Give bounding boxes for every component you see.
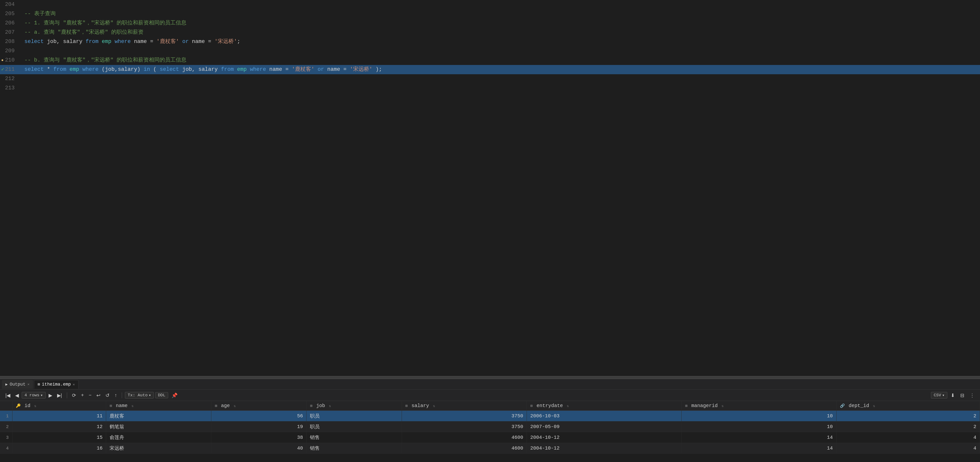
dot-gutter-icon: ● xyxy=(1,56,4,65)
line-content-207: -- a. 查询 "鹿杖客"，"宋远桥" 的职位和薪资 xyxy=(19,28,143,37)
itheima-tab-icon: ⊞ xyxy=(38,382,40,387)
code-line-208: 208 select job, salary from emp where na… xyxy=(0,37,980,46)
refresh-button[interactable]: ⟳ xyxy=(70,392,78,399)
col-header-rownum xyxy=(0,401,12,411)
col-header-entrydate[interactable]: ⊞ entrydate ⇅ xyxy=(527,401,682,411)
submit-button[interactable]: ↑ xyxy=(113,392,119,399)
table-row[interactable]: 4 16 宋远桥 40 销售 4600 2004-10-12 14 4 xyxy=(0,443,980,454)
keyword-from: from xyxy=(53,67,66,73)
punc: name = xyxy=(324,67,350,73)
cell-deptid-1: 2 xyxy=(836,411,980,421)
keyword-where2: where xyxy=(250,67,266,73)
job-col-icon: ⊞ xyxy=(310,404,312,408)
ddl-label: DDL xyxy=(158,393,165,398)
salary-sort-icon: ⇅ xyxy=(433,404,435,408)
table-row[interactable]: 1 11 鹿杖客 56 职员 3750 2006-10-03 10 2 xyxy=(0,411,980,421)
prev-page-button[interactable]: ◀ xyxy=(13,392,21,399)
cell-salary-4: 4600 xyxy=(402,443,527,454)
cell-salary-1: 3750 xyxy=(402,411,527,421)
more-button[interactable]: ⋮ xyxy=(968,392,977,399)
cell-deptid-2: 2 xyxy=(836,421,980,432)
comment-span: -- 表子查询 xyxy=(24,11,56,17)
cell-salary-3: 4600 xyxy=(402,432,527,443)
itheima-tab-close[interactable]: ✕ xyxy=(73,382,75,387)
rows-label: 4 rows xyxy=(24,393,39,398)
id-col-icon: 🔑 xyxy=(16,404,21,408)
first-page-button[interactable]: |◀ xyxy=(3,392,12,399)
cell-age-1: 56 xyxy=(211,411,307,421)
col-header-managerid[interactable]: ⊞ managerid ⇅ xyxy=(682,401,836,411)
cell-entrydate-1: 2006-10-03 xyxy=(527,411,682,421)
col-header-job[interactable]: ⊞ job ⇅ xyxy=(307,401,402,411)
punc: job, salary xyxy=(44,38,86,45)
punc: name = xyxy=(189,38,215,45)
punc: name = xyxy=(266,67,292,73)
table-emp2: emp xyxy=(237,67,247,73)
add-row-button[interactable]: + xyxy=(79,392,86,399)
download-button[interactable]: ⬇ xyxy=(949,392,957,399)
comment-span: -- a. 查询 "鹿杖客"，"宋远桥" 的职位和薪资 xyxy=(24,29,143,35)
line-content-211: select * from emp where (job,salary) in … xyxy=(19,65,382,74)
filter-button[interactable]: ⊟ xyxy=(958,392,966,399)
table-row[interactable]: 3 15 俞莲舟 38 销售 4600 2004-10-12 14 4 xyxy=(0,432,980,443)
output-tab-close[interactable]: ✕ xyxy=(27,382,29,386)
line-content-206: -- 1. 查询与 "鹿杖客"，"宋远桥" 的职位和薪资相同的员工信息 xyxy=(19,19,186,28)
col-header-dept_id[interactable]: 🔗 dept_id ⇅ xyxy=(836,401,980,411)
revert-button[interactable]: ↩ xyxy=(94,392,102,399)
pin-button[interactable]: 📌 xyxy=(170,392,180,399)
managerid-sort-icon: ⇅ xyxy=(722,404,724,408)
delete-row-button[interactable]: − xyxy=(87,392,94,399)
last-page-button[interactable]: ▶| xyxy=(55,392,64,399)
row-num-3: 3 xyxy=(0,432,12,443)
table-name: emp xyxy=(102,38,111,45)
col-header-name[interactable]: ⊞ name ⇅ xyxy=(106,401,211,411)
table-row[interactable]: 2 12 鹤笔翁 19 职员 3750 2007-05-09 10 2 xyxy=(0,421,980,432)
csv-chevron: ▾ xyxy=(942,393,945,398)
tx-label: Tx: Auto xyxy=(127,393,148,398)
col-header-age[interactable]: ⊞ age ⇅ xyxy=(211,401,307,411)
punc xyxy=(79,67,82,73)
next-page-button[interactable]: ▶ xyxy=(47,392,54,399)
salary-col-icon: ⊞ xyxy=(405,404,408,408)
line-number-208: 208 xyxy=(0,37,19,46)
comment-span: -- 1. 查询与 "鹿杖客"，"宋远桥" 的职位和薪资相同的员工信息 xyxy=(24,20,186,26)
apply-button[interactable]: ↺ xyxy=(103,392,111,399)
col-header-salary[interactable]: ⊞ salary ⇅ xyxy=(402,401,527,411)
tx-dropdown[interactable]: Tx: Auto ▾ xyxy=(125,392,154,398)
cell-managerid-3: 14 xyxy=(682,432,836,443)
output-tab-icon: ▶ xyxy=(5,382,8,387)
line-content-208: select job, salary from emp where name =… xyxy=(19,37,240,46)
result-toolbar: |◀ ◀ 4 rows ▾ ▶ ▶| ⟳ + − ↩ ↺ ↑ Tx: Auto … xyxy=(0,390,980,401)
col-header-id[interactable]: 🔑 id ⇅ xyxy=(12,401,106,411)
code-line-211: ✓ 211 select * from emp where (job,salar… xyxy=(0,65,980,74)
string-1: '鹿杖客' xyxy=(292,67,314,73)
line-number-206: 206 xyxy=(0,19,19,28)
rows-badge[interactable]: 4 rows ▾ xyxy=(22,392,45,398)
string-val2: '宋远桥' xyxy=(215,38,237,45)
code-editor[interactable]: 204 205 -- 表子查询 206 -- 1. 查询与 "鹿杖客"，"宋远桥… xyxy=(0,0,980,376)
col-label-entrydate: entrydate xyxy=(537,403,563,408)
csv-label: CSV xyxy=(934,393,941,398)
table-header-row: 🔑 id ⇅ ⊞ name ⇅ ⊞ age ⇅ ⊞ xyxy=(0,401,980,411)
line-number-210: ● 210 xyxy=(0,56,19,65)
col-label-id: id xyxy=(25,403,30,408)
cell-id-2: 12 xyxy=(12,421,106,432)
cell-job-3: 销售 xyxy=(307,432,402,443)
line-number-207: 207 xyxy=(0,28,19,37)
cell-name-1: 鹿杖客 xyxy=(106,411,211,421)
tab-itheima-emp[interactable]: ⊞ itheima.emp ✕ xyxy=(34,380,79,389)
code-line-204: 204 xyxy=(0,0,980,9)
ddl-button[interactable]: DDL xyxy=(155,392,168,398)
tab-output[interactable]: ▶ Output ✕ xyxy=(2,380,33,389)
col-label-age: age xyxy=(221,403,230,408)
entrydate-col-icon: ⊞ xyxy=(530,404,533,408)
csv-dropdown[interactable]: CSV ▾ xyxy=(931,392,947,398)
cell-managerid-2: 10 xyxy=(682,421,836,432)
result-table-container[interactable]: 🔑 id ⇅ ⊞ name ⇅ ⊞ age ⇅ ⊞ xyxy=(0,401,980,462)
cell-entrydate-3: 2004-10-12 xyxy=(527,432,682,443)
keyword-select2: select xyxy=(160,67,179,73)
cell-name-2: 鹤笔翁 xyxy=(106,421,211,432)
panel-divider xyxy=(0,376,980,379)
cell-age-4: 40 xyxy=(211,443,307,454)
bottom-panel: ▶ Output ✕ ⊞ itheima.emp ✕ |◀ ◀ 4 rows ▾… xyxy=(0,379,980,462)
